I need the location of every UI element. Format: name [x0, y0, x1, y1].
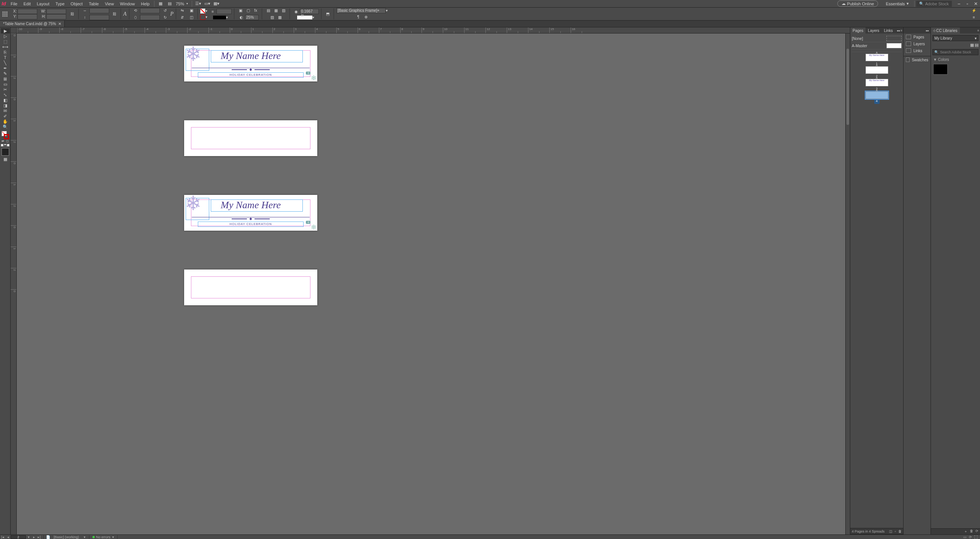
line-tool[interactable]: ╲	[1, 60, 10, 65]
library-select[interactable]: My Library▾	[932, 35, 978, 41]
library-color-swatch[interactable]	[933, 64, 948, 75]
stock-icon[interactable]: ▤	[167, 1, 173, 7]
hand-tool[interactable]: ✋	[1, 119, 10, 124]
note-tool[interactable]: ✉	[1, 108, 10, 113]
minimize-button[interactable]: ‒	[955, 1, 963, 6]
constrain-scale-icon[interactable]: ⛓	[111, 11, 118, 17]
menu-view[interactable]: View	[102, 2, 117, 6]
preflight-profile[interactable]: [Basic] (working)	[51, 535, 82, 539]
tab-cc-libraries[interactable]: ◇CC Libraries	[931, 27, 960, 33]
rectangle-tool[interactable]: ▭	[1, 81, 10, 87]
restore-button[interactable]: ▫	[963, 1, 972, 6]
wrap-bounding-icon[interactable]: ▦	[273, 8, 279, 14]
pencil-tool[interactable]: ✎	[1, 71, 10, 76]
obj-style-dropdown-icon[interactable]: ▾	[386, 8, 388, 13]
page-tool[interactable]: ⬚	[1, 39, 10, 44]
last-page-button[interactable]: ▸|	[37, 535, 42, 539]
stroke-weight-input[interactable]	[216, 9, 232, 14]
page-thumb-2[interactable]: A	[865, 66, 888, 74]
fill-dropdown-icon[interactable]: ▾	[205, 9, 207, 13]
first-page-button[interactable]: |◂	[0, 535, 5, 539]
rectangle-frame-tool[interactable]: ⊠	[1, 76, 10, 81]
flip-h-icon[interactable]: ⇋	[179, 8, 185, 14]
master-none[interactable]: [None]	[852, 35, 902, 42]
wrap-none-icon[interactable]: ▤	[265, 8, 271, 14]
wrap-next-icon[interactable]: ▩	[277, 14, 283, 21]
apply-color-row[interactable]	[1, 144, 10, 147]
gap-tool[interactable]: ⟷	[1, 44, 10, 49]
collapsed-swatches[interactable]: Swatches	[904, 56, 931, 63]
menu-file[interactable]: File	[8, 2, 21, 6]
menu-table[interactable]: Table	[86, 2, 102, 6]
collapsed-links[interactable]: Links	[904, 47, 931, 54]
content-collector-tool[interactable]: ⎘	[1, 49, 10, 55]
library-search[interactable]: 🔍 Search Adobe Stock	[932, 49, 978, 55]
next-page-button[interactable]: ▸	[31, 535, 37, 539]
master-a[interactable]: A-Master	[852, 42, 902, 49]
auto-fit-icon[interactable]: fx	[253, 8, 259, 14]
canvas[interactable]: -10-9-8-7-6-5-4-3-2-10123456789101112131…	[11, 27, 850, 534]
stroke-dropdown-icon[interactable]: ▾	[205, 15, 207, 19]
preflight-errors[interactable]: No errors	[96, 535, 111, 539]
edit-page-size-icon[interactable]: ◫	[889, 529, 892, 533]
collapsed-pages[interactable]: Pages	[904, 33, 931, 40]
free-transform-tool[interactable]: ⤡	[1, 92, 10, 97]
page-2[interactable]	[184, 120, 317, 156]
page-thumb-1[interactable]: AMy Name Here	[865, 54, 888, 61]
fit-frame-icon[interactable]: ▢	[245, 8, 251, 14]
page-thumb-3[interactable]: AMy Name Here	[865, 79, 888, 86]
close-tab-icon[interactable]: ✕	[58, 22, 61, 26]
errors-dropdown-icon[interactable]: ▾	[110, 535, 116, 539]
rotate-input[interactable]	[140, 8, 160, 13]
wrap-shape-icon[interactable]: ▧	[280, 8, 286, 14]
collapsed-layers[interactable]: Layers	[904, 40, 931, 47]
tab-layers[interactable]: Layers	[865, 27, 881, 33]
panel-menu-icon[interactable]: ≡	[971, 15, 977, 21]
w-input[interactable]	[46, 9, 66, 14]
horizontal-ruler[interactable]: -10-9-8-7-6-5-4-3-2-10123456789101112131…	[17, 27, 850, 33]
swap-default-icons[interactable]: ⇄◻	[1, 139, 10, 143]
workspace-switcher[interactable]: Essentials ▾	[882, 1, 912, 6]
panel-menu-icon[interactable]: ≡	[977, 29, 979, 32]
rotate-ccw-icon[interactable]: ↺	[162, 8, 168, 14]
y-input[interactable]	[18, 14, 37, 19]
bridge-icon[interactable]: ▦	[158, 1, 164, 7]
screen-mode-menu[interactable]: ▦	[1, 156, 10, 162]
lib-view-list-icon[interactable]: ▦	[970, 43, 974, 48]
menu-help[interactable]: Help	[138, 2, 153, 6]
view-mode-toggle[interactable]	[2, 148, 9, 156]
quick-apply-icon[interactable]: ⚡	[971, 8, 977, 13]
status-cloud-icon[interactable]: ⟳	[969, 535, 972, 539]
select-content-icon[interactable]: ◫	[188, 14, 194, 21]
open-dropdown-icon[interactable]: 📄	[45, 535, 51, 539]
page-thumb-4[interactable]: A	[865, 91, 888, 99]
pen-tool[interactable]: ✒	[1, 65, 10, 71]
fill-stroke-toggle[interactable]	[1, 131, 10, 139]
gradient-feather-tool[interactable]: ◨	[1, 103, 10, 108]
lib-sync-icon[interactable]: ⟳	[975, 529, 978, 534]
link-badge-icon[interactable]: ⟲	[306, 72, 310, 75]
tab-pages[interactable]: Pages	[850, 27, 865, 33]
scale-y-input[interactable]	[89, 15, 109, 20]
page-1[interactable]: ❄ My Name Here HOLIDAY CELEBRATION ❄ ⟲	[184, 46, 317, 81]
document-tab[interactable]: *Table Name Card.indd @ 75% ✕	[0, 21, 65, 27]
new-page-icon[interactable]: ▫	[895, 529, 896, 533]
ruler-origin[interactable]	[11, 27, 17, 33]
vertical-scrollbar[interactable]	[845, 33, 850, 534]
page-3[interactable]: ❄ My Name Here HOLIDAY CELEBRATION ❄ ⟲	[184, 195, 317, 231]
wrap-jump-icon[interactable]: ▨	[269, 14, 275, 21]
tab-links[interactable]: Links	[881, 27, 895, 33]
vertical-ruler[interactable]: 0120120120120	[11, 33, 17, 534]
select-container-icon[interactable]: ▣	[188, 8, 194, 14]
zoom-dropdown-icon[interactable]: ▾	[186, 2, 190, 5]
corner-dropdown-icon[interactable]: ▾	[312, 15, 314, 19]
type-tool[interactable]: T	[1, 55, 10, 60]
fit-content-icon[interactable]: ▣	[237, 8, 243, 14]
publish-online-button[interactable]: ☁ Publish Online	[837, 0, 878, 7]
page-dropdown-icon[interactable]: ▾	[26, 535, 31, 539]
stroke-style-dropdown-icon[interactable]: ▾	[226, 15, 228, 19]
zoom-level[interactable]: 75%	[174, 2, 186, 6]
menu-type[interactable]: Type	[52, 2, 68, 6]
status-fullscreen-icon[interactable]: ⛶	[974, 535, 978, 539]
constrain-wh-icon[interactable]: ⛓	[69, 11, 75, 17]
